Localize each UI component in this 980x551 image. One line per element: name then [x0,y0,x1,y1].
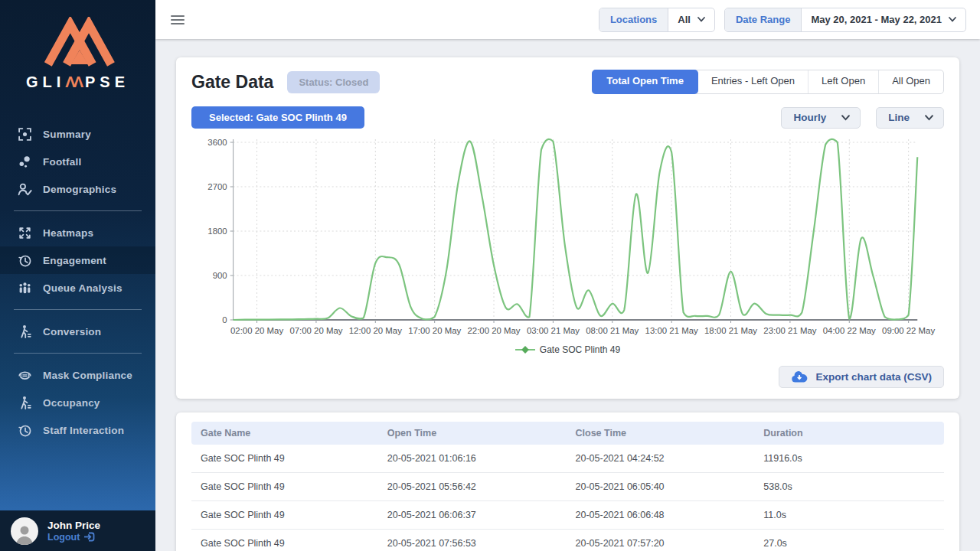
export-label: Export chart data (CSV) [815,371,932,383]
table-body: Gate SOC Plinth 4920-05-2021 01:06:1620-… [191,445,944,551]
queue-people-icon [17,280,32,295]
heatmaps-expand-icon [17,225,32,240]
sidebar-item-label: Summary [43,129,91,140]
table-cell: Gate SOC Plinth 49 [191,473,380,501]
date-range-value-dropdown[interactable]: May 20, 2021 - May 22, 2021 [802,8,965,31]
table-cell: 11.0s [756,501,944,530]
conversion-walking-icon [17,324,32,339]
page-title: Gate Data [191,72,273,93]
gate-table-card: Gate NameOpen TimeClose TimeDuration Gat… [176,412,959,551]
page-content: Gate Data Status: Closed Total Open Time… [155,39,980,551]
sidebar-item-engagement[interactable]: Engagement [0,246,155,274]
interval-value: Hourly [793,112,826,123]
sidebar-item-label: Conversion [43,326,101,337]
table-header-close-time: Close Time [568,422,756,445]
table-row: Gate SOC Plinth 4920-05-2021 07:56:5320-… [191,530,944,551]
sidebar-item-label: Mask Compliance [43,370,132,381]
svg-text:2700: 2700 [207,182,227,191]
sidebar-item-staff-interaction[interactable]: Staff Interaction [0,416,155,444]
tab-entries-left-open[interactable]: Entries - Left Open [698,70,808,93]
legend-label: Gate SOC Plinth 49 [540,344,620,355]
menu-toggle-button[interactable] [171,13,185,27]
gate-chart: 090018002700360002:00 20 May07:00 20 May… [191,135,944,343]
selected-gate-button[interactable]: Selected: Gate SOC Plinth 49 [191,106,364,129]
brand-logo: GLIΛΛPSE [0,0,155,91]
svg-text:3600: 3600 [207,138,227,147]
footfall-icon [17,154,32,169]
sidebar-item-label: Occupancy [43,397,100,409]
sidebar-item-queue-analysis[interactable]: Queue Analysis [0,274,155,302]
chevron-down-icon [697,17,705,22]
table-cell: 20-05-2021 07:56:53 [380,530,568,551]
staff-history-icon [17,422,32,438]
sidebar: GLIΛΛPSE SummaryFootfallDemographicsHeat… [0,0,155,551]
svg-text:23:00 21 May: 23:00 21 May [763,326,816,335]
occupancy-walking-icon [17,395,32,410]
sidebar-item-footfall[interactable]: Footfall [0,148,155,175]
svg-text:900: 900 [213,271,227,280]
chart-legend[interactable]: Gate SOC Plinth 49 [191,344,944,355]
chevron-down-icon [841,115,850,121]
table-header-row: Gate NameOpen TimeClose TimeDuration [191,422,944,445]
table-cell: 20-05-2021 01:06:16 [380,445,568,473]
table-row: Gate SOC Plinth 4920-05-2021 01:06:1620-… [191,445,944,473]
locations-value: All [678,14,691,25]
sidebar-divider [14,309,142,310]
sidebar-item-label: Queue Analysis [43,282,122,294]
table-cell: 20-05-2021 06:06:48 [568,501,756,530]
svg-text:08:00 21 May: 08:00 21 May [586,326,639,335]
export-csv-button[interactable]: Export chart data (CSV) [779,366,944,388]
sidebar-user-footer: John Price Logout [0,510,155,551]
table-cell: 20-05-2021 07:57:20 [568,530,756,551]
sidebar-item-summary[interactable]: Summary [0,120,155,148]
logout-button[interactable]: Logout [47,532,100,543]
mask-icon [17,367,32,383]
svg-text:12:00 20 May: 12:00 20 May [349,326,402,335]
summary-scan-icon [17,126,32,142]
chart-line-gate-soc-plinth-49 [234,139,918,320]
legend-line-marker-icon [515,346,535,354]
tab-total-open-time[interactable]: Total Open Time [592,70,698,94]
metric-tabs: Total Open TimeEntries - Left OpenLeft O… [592,70,944,94]
svg-text:02:00 20 May: 02:00 20 May [230,326,283,335]
chevron-down-icon [949,17,956,22]
topbar: Locations All Date Range May 20, 2021 - … [155,0,980,39]
glimpse-logo-icon [35,17,121,67]
svg-text:22:00 20 May: 22:00 20 May [468,326,521,335]
table-cell: 20-05-2021 06:05:40 [568,473,756,501]
table-cell: 538.0s [756,473,944,501]
cloud-download-icon [791,371,808,383]
sidebar-divider [14,353,142,354]
svg-text:13:00 21 May: 13:00 21 May [645,326,698,335]
app-root: GLIΛΛPSE SummaryFootfallDemographicsHeat… [0,0,980,551]
sidebar-divider [14,210,142,211]
sidebar-item-heatmaps[interactable]: Heatmaps [0,219,155,246]
demographics-person-check-icon [17,181,32,197]
main-area: Locations All Date Range May 20, 2021 - … [155,0,980,551]
table-row: Gate SOC Plinth 4920-05-2021 06:06:3720-… [191,501,944,530]
table-header-duration: Duration [756,422,944,445]
sidebar-item-occupancy[interactable]: Occupancy [0,389,155,416]
sidebar-item-mask-compliance[interactable]: Mask Compliance [0,361,155,389]
svg-text:17:00 20 May: 17:00 20 May [408,326,461,335]
interval-dropdown[interactable]: Hourly [781,107,861,129]
locations-value-dropdown[interactable]: All [668,8,714,31]
logout-label: Logout [47,532,80,543]
sidebar-item-demographics[interactable]: Demographics [0,175,155,203]
table-cell: Gate SOC Plinth 49 [191,445,380,473]
table-cell: 11916.0s [756,445,944,473]
table-cell: 20-05-2021 04:24:52 [568,445,756,473]
tab-all-open[interactable]: All Open [879,70,943,93]
svg-text:0: 0 [222,315,227,324]
user-name: John Price [47,520,100,532]
tab-left-open[interactable]: Left Open [808,70,879,93]
svg-text:04:00 22 May: 04:00 22 May [823,326,876,335]
chart-type-dropdown[interactable]: Line [876,107,944,129]
date-range-control: Date Range May 20, 2021 - May 22, 2021 [724,8,966,32]
sidebar-nav: SummaryFootfallDemographicsHeatmapsEngag… [0,120,155,444]
sidebar-item-conversion[interactable]: Conversion [0,318,155,345]
status-badge: Status: Closed [287,71,380,93]
gate-chart-svg: 090018002700360002:00 20 May07:00 20 May… [191,135,944,340]
table-cell: Gate SOC Plinth 49 [191,530,380,551]
sidebar-item-label: Staff Interaction [43,425,124,436]
